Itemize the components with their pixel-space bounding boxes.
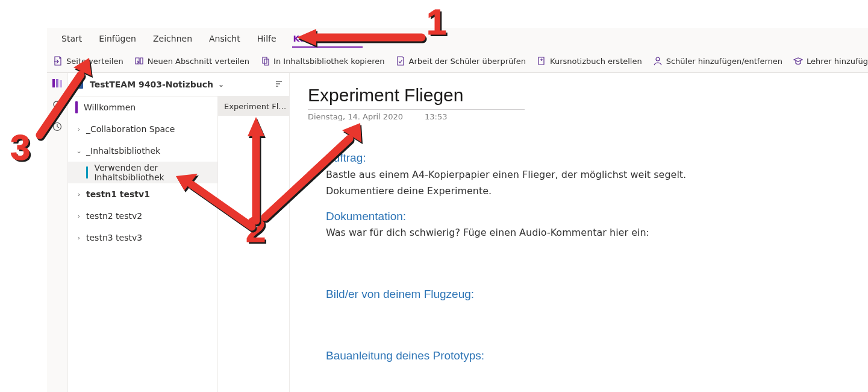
- ribbon-label: Neuen Abschnitt verteilen: [148, 57, 249, 66]
- annotation-arrow-1: [292, 25, 431, 55]
- section-label: _Inhaltsbibliothek: [86, 146, 160, 156]
- annotation-arrow-3: [29, 58, 101, 142]
- ribbon-label: Arbeit der Schüler überprüfen: [409, 57, 526, 66]
- page-date: Dienstag, 14. April 2020: [308, 112, 403, 121]
- section-inhaltsbibliothek[interactable]: ⌄ _Inhaltsbibliothek: [68, 140, 217, 162]
- annotation-arrow-2c: [167, 172, 264, 239]
- heading-bauanleitung: Bauanleitung deines Prototyps:: [326, 348, 784, 364]
- copy-to-library-icon: [260, 56, 270, 66]
- text: Dokumentiere deine Experimente.: [326, 185, 784, 198]
- ribbon-lehrer-verwalten[interactable]: Lehrer hinzufügen/entfernen: [793, 56, 868, 66]
- ribbon: Seite verteilen Neuen Abschnitt verteile…: [47, 49, 868, 73]
- tab-start[interactable]: Start: [53, 30, 90, 49]
- annotation-arrow-2b: [253, 121, 373, 229]
- page-time: 13:53: [425, 112, 447, 121]
- grad-cap-icon: [793, 56, 803, 66]
- chevron-right-icon: ›: [75, 234, 83, 242]
- ribbon-label: Kursnotizbuch erstellen: [550, 57, 642, 66]
- text: Was war für dich schwierig? Füge einen A…: [326, 226, 784, 239]
- tab-ansicht[interactable]: Ansicht: [201, 30, 249, 49]
- page-meta: Dienstag, 14. April 2020 13:53: [308, 112, 850, 121]
- tab-einfuegen[interactable]: Einfügen: [90, 30, 145, 49]
- tab-hilfe[interactable]: Hilfe: [249, 30, 285, 49]
- ribbon-kursnotizbuch-erstellen[interactable]: Kursnotizbuch erstellen: [537, 56, 642, 66]
- person-icon: [653, 56, 663, 66]
- distribute-section-icon: [134, 56, 144, 66]
- page-body[interactable]: Auftrag: Bastle aus einem A4-Kopierpapie…: [326, 150, 784, 363]
- notebook-picker[interactable]: TestTEAM 9403-Notizbuch ⌄: [68, 73, 289, 96]
- ribbon-neuen-abschnitt[interactable]: Neuen Abschnitt verteilen: [134, 56, 249, 66]
- ribbon-in-inhaltsbibliothek[interactable]: In Inhaltsbibliothek kopieren: [260, 56, 384, 66]
- chevron-right-icon: ›: [75, 191, 83, 198]
- heading-auftrag: Auftrag:: [326, 150, 784, 166]
- chevron-right-icon: ›: [75, 212, 83, 220]
- section-label: testn2 testv2: [86, 211, 142, 221]
- chevron-down-icon: ⌄: [75, 147, 83, 155]
- ribbon-label: Lehrer hinzufügen/entfernen: [807, 57, 868, 66]
- text: Bastle aus einem A4-Kopierpapier einen F…: [326, 168, 784, 182]
- notebook-title: TestTEAM 9403-Notizbuch: [90, 80, 213, 89]
- chevron-down-icon: ⌄: [218, 80, 224, 89]
- section-color-bar: [86, 166, 88, 179]
- section-label: testn3 testv3: [86, 233, 142, 242]
- page-title[interactable]: [308, 84, 525, 110]
- sort-icon[interactable]: [275, 80, 283, 90]
- heading-bild: Bild/er von deinem Flugzeug:: [326, 286, 784, 302]
- svg-marker-7: [297, 29, 316, 46]
- ribbon-label: Schüler hinzufügen/entfernen: [666, 57, 782, 66]
- annotation-number-3: 3: [10, 127, 30, 168]
- review-work-icon: [396, 56, 405, 66]
- ribbon-arbeit-pruefen[interactable]: Arbeit der Schüler überprüfen: [396, 56, 526, 66]
- tab-zeichnen[interactable]: Zeichnen: [145, 30, 201, 49]
- page-content[interactable]: Dienstag, 14. April 2020 13:53 Auftrag: …: [290, 73, 868, 392]
- heading-dokumentation: Dokumentation:: [326, 209, 784, 224]
- menu-tabs: Start Einfügen Zeichnen Ansicht Hilfe Ku…: [47, 28, 868, 49]
- ribbon-label: In Inhaltsbibliothek kopieren: [273, 57, 384, 66]
- ribbon-schueler-verwalten[interactable]: Schüler hinzufügen/entfernen: [653, 56, 782, 66]
- create-notebook-icon: [537, 56, 546, 66]
- section-label: testn1 testv1: [86, 189, 150, 199]
